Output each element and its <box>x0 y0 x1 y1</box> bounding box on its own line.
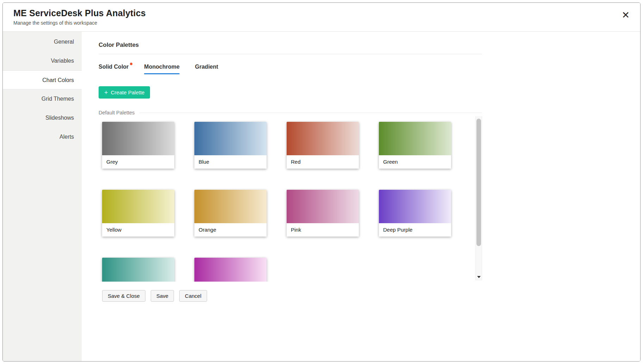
dialog-title: ME ServiceDesk Plus Analytics <box>13 8 630 18</box>
divider <box>99 54 482 54</box>
dialog-body: GeneralVariablesChart ColorsGrid ThemesS… <box>3 32 640 361</box>
palette-name: Pink <box>287 223 359 237</box>
scrollbar-down-arrow-icon[interactable] <box>477 276 481 278</box>
sidebar-item-variables[interactable]: Variables <box>3 51 82 70</box>
page-title: Color Palettes <box>99 42 640 49</box>
palette-swatch <box>379 190 451 223</box>
palette-swatch <box>102 122 174 155</box>
create-palette-button[interactable]: + Create Palette <box>99 86 150 99</box>
palette-name: Red <box>287 155 359 169</box>
palette-swatch <box>379 122 451 155</box>
palette-card-orange[interactable]: Orange <box>194 190 267 237</box>
dialog-subtitle: Manage the settings of this workspace <box>13 20 630 26</box>
create-palette-label: Create Palette <box>111 89 145 95</box>
close-icon[interactable]: ✕ <box>622 11 630 20</box>
palette-swatch <box>102 258 174 282</box>
tab-solid-color[interactable]: Solid Color <box>99 64 129 74</box>
settings-dialog: ME ServiceDesk Plus Analytics Manage the… <box>2 2 641 362</box>
palette-swatch <box>287 122 359 155</box>
dialog-header: ME ServiceDesk Plus Analytics Manage the… <box>3 3 640 32</box>
palette-card-deep-purple[interactable]: Deep Purple <box>379 190 451 237</box>
palette-name: Blue <box>194 155 267 169</box>
palette-swatch <box>194 122 267 155</box>
cancel-button[interactable]: Cancel <box>179 290 207 302</box>
palette-card-pink[interactable]: Pink <box>287 190 359 237</box>
palette-swatch <box>102 190 174 223</box>
sidebar-item-grid-themes[interactable]: Grid Themes <box>3 89 82 108</box>
scrollbar[interactable] <box>475 116 482 280</box>
footer-actions: Save & CloseSaveCancel <box>102 290 640 302</box>
palette-name: Yellow <box>102 223 174 237</box>
palette-name: Deep Purple <box>379 223 451 237</box>
palette-swatch <box>287 190 359 223</box>
sidebar-item-slideshows[interactable]: Slideshows <box>3 108 82 127</box>
tab-bar: Solid ColorMonochromeGradient <box>99 64 482 74</box>
palette-swatch <box>194 190 267 223</box>
tab-gradient[interactable]: Gradient <box>195 64 218 74</box>
plus-icon: + <box>104 89 108 96</box>
tab-label: Solid Color <box>99 64 129 70</box>
header-line <box>139 113 482 113</box>
scrollbar-thumb[interactable] <box>476 119 481 246</box>
tab-label: Monochrome <box>144 64 179 70</box>
palette-card-green[interactable]: Green <box>379 122 451 169</box>
sidebar-item-alerts[interactable]: Alerts <box>3 127 82 146</box>
default-palettes-label: Default Palettes <box>99 110 135 115</box>
palette-card-yellow[interactable]: Yellow <box>102 190 174 237</box>
palette-name: Orange <box>194 223 267 237</box>
palette-name: Green <box>379 155 451 169</box>
save-close-button[interactable]: Save & Close <box>102 290 145 302</box>
tab-label: Gradient <box>195 64 218 70</box>
palette-card-9[interactable] <box>102 258 174 282</box>
main-content: Color Palettes Solid ColorMonochromeGrad… <box>82 32 640 361</box>
save-button[interactable]: Save <box>151 290 174 302</box>
palette-card-blue[interactable]: Blue <box>194 122 267 169</box>
default-palettes-header: Default Palettes <box>99 110 482 115</box>
palette-swatch <box>194 258 267 282</box>
sidebar-item-general[interactable]: General <box>3 32 82 51</box>
sidebar-item-chart-colors[interactable]: Chart Colors <box>3 70 82 89</box>
palette-name: Grey <box>102 155 174 169</box>
palette-card-10[interactable] <box>194 258 267 282</box>
palette-scroll-area: GreyBlueRedGreenYellowOrangePinkDeep Pur… <box>99 116 482 282</box>
palette-card-red[interactable]: Red <box>287 122 359 169</box>
tab-monochrome[interactable]: Monochrome <box>144 64 179 74</box>
palette-grid: GreyBlueRedGreenYellowOrangePinkDeep Pur… <box>102 122 482 282</box>
palette-card-grey[interactable]: Grey <box>102 122 174 169</box>
notification-dot <box>130 63 132 65</box>
sidebar: GeneralVariablesChart ColorsGrid ThemesS… <box>3 32 82 361</box>
